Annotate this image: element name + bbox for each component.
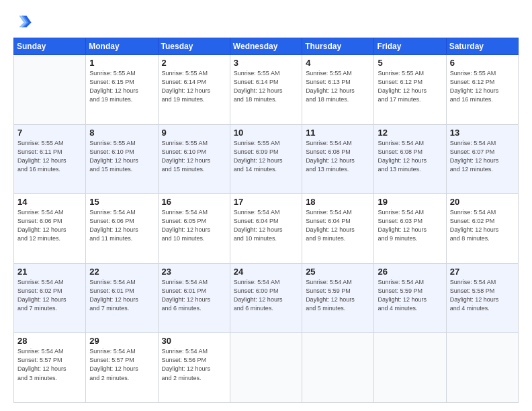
day-info: Sunrise: 5:54 AM Sunset: 5:59 PM Dayligh…	[306, 278, 370, 313]
day-info: Sunrise: 5:55 AM Sunset: 6:12 PM Dayligh…	[378, 69, 442, 104]
day-info: Sunrise: 5:54 AM Sunset: 6:01 PM Dayligh…	[162, 278, 226, 313]
calendar-day-cell: 6Sunrise: 5:55 AM Sunset: 6:12 PM Daylig…	[446, 55, 518, 125]
day-number: 8	[89, 128, 154, 138]
calendar-week-row: 21Sunrise: 5:54 AM Sunset: 6:02 PM Dayli…	[14, 263, 519, 333]
calendar: SundayMondayTuesdayWednesdayThursdayFrid…	[13, 38, 519, 403]
weekday-header: Saturday	[446, 38, 518, 55]
day-number: 21	[17, 267, 82, 277]
calendar-day-cell: 29Sunrise: 5:54 AM Sunset: 5:57 PM Dayli…	[86, 333, 158, 403]
day-info: Sunrise: 5:54 AM Sunset: 6:02 PM Dayligh…	[17, 278, 82, 313]
day-info: Sunrise: 5:55 AM Sunset: 6:10 PM Dayligh…	[162, 139, 226, 174]
day-number: 25	[306, 267, 370, 277]
calendar-day-cell: 27Sunrise: 5:54 AM Sunset: 5:58 PM Dayli…	[446, 263, 518, 333]
day-info: Sunrise: 5:54 AM Sunset: 6:07 PM Dayligh…	[450, 139, 515, 174]
logo	[13, 12, 34, 31]
day-number: 19	[378, 197, 442, 207]
day-number: 18	[306, 197, 370, 207]
day-info: Sunrise: 5:55 AM Sunset: 6:13 PM Dayligh…	[306, 69, 370, 104]
day-info: Sunrise: 5:55 AM Sunset: 6:12 PM Dayligh…	[450, 69, 515, 104]
day-info: Sunrise: 5:54 AM Sunset: 6:04 PM Dayligh…	[234, 208, 298, 243]
day-number: 12	[378, 128, 442, 138]
calendar-day-cell: 5Sunrise: 5:55 AM Sunset: 6:12 PM Daylig…	[374, 55, 446, 125]
day-info: Sunrise: 5:54 AM Sunset: 5:59 PM Dayligh…	[378, 278, 442, 313]
day-number: 29	[89, 336, 154, 346]
calendar-day-cell: 13Sunrise: 5:54 AM Sunset: 6:07 PM Dayli…	[446, 124, 518, 194]
day-info: Sunrise: 5:55 AM Sunset: 6:14 PM Dayligh…	[234, 69, 298, 104]
day-info: Sunrise: 5:54 AM Sunset: 6:05 PM Dayligh…	[162, 208, 226, 243]
calendar-day-cell: 18Sunrise: 5:54 AM Sunset: 6:04 PM Dayli…	[302, 194, 374, 264]
day-number: 17	[234, 197, 298, 207]
day-number: 28	[17, 336, 82, 346]
header	[13, 12, 519, 31]
day-number: 4	[306, 58, 370, 68]
calendar-day-cell	[14, 55, 86, 125]
day-number: 3	[234, 58, 298, 68]
day-info: Sunrise: 5:55 AM Sunset: 6:10 PM Dayligh…	[89, 139, 154, 174]
calendar-day-cell: 16Sunrise: 5:54 AM Sunset: 6:05 PM Dayli…	[158, 194, 230, 264]
weekday-header: Sunday	[14, 38, 86, 55]
logo-icon	[13, 12, 32, 31]
day-number: 7	[17, 128, 82, 138]
day-info: Sunrise: 5:54 AM Sunset: 6:01 PM Dayligh…	[89, 278, 154, 313]
day-number: 20	[450, 197, 515, 207]
day-number: 2	[162, 58, 226, 68]
calendar-day-cell: 28Sunrise: 5:54 AM Sunset: 5:57 PM Dayli…	[14, 333, 86, 403]
calendar-day-cell: 30Sunrise: 5:54 AM Sunset: 5:56 PM Dayli…	[158, 333, 230, 403]
calendar-day-cell: 4Sunrise: 5:55 AM Sunset: 6:13 PM Daylig…	[302, 55, 374, 125]
day-number: 30	[162, 336, 226, 346]
day-number: 26	[378, 267, 442, 277]
day-number: 24	[234, 267, 298, 277]
day-info: Sunrise: 5:54 AM Sunset: 6:00 PM Dayligh…	[234, 278, 298, 313]
calendar-day-cell: 26Sunrise: 5:54 AM Sunset: 5:59 PM Dayli…	[374, 263, 446, 333]
day-info: Sunrise: 5:55 AM Sunset: 6:14 PM Dayligh…	[162, 69, 226, 104]
calendar-day-cell	[374, 333, 446, 403]
day-number: 5	[378, 58, 442, 68]
calendar-day-cell	[230, 333, 302, 403]
day-info: Sunrise: 5:55 AM Sunset: 6:11 PM Dayligh…	[17, 139, 82, 174]
calendar-day-cell: 12Sunrise: 5:54 AM Sunset: 6:08 PM Dayli…	[374, 124, 446, 194]
day-info: Sunrise: 5:54 AM Sunset: 6:06 PM Dayligh…	[89, 208, 154, 243]
day-number: 27	[450, 267, 515, 277]
calendar-day-cell: 23Sunrise: 5:54 AM Sunset: 6:01 PM Dayli…	[158, 263, 230, 333]
day-number: 1	[89, 58, 154, 68]
calendar-day-cell: 22Sunrise: 5:54 AM Sunset: 6:01 PM Dayli…	[86, 263, 158, 333]
calendar-day-cell: 21Sunrise: 5:54 AM Sunset: 6:02 PM Dayli…	[14, 263, 86, 333]
day-info: Sunrise: 5:55 AM Sunset: 6:09 PM Dayligh…	[234, 139, 298, 174]
day-info: Sunrise: 5:54 AM Sunset: 6:08 PM Dayligh…	[306, 139, 370, 174]
day-number: 22	[89, 267, 154, 277]
day-info: Sunrise: 5:54 AM Sunset: 6:03 PM Dayligh…	[378, 208, 442, 243]
day-number: 16	[162, 197, 226, 207]
calendar-day-cell	[302, 333, 374, 403]
day-info: Sunrise: 5:54 AM Sunset: 6:04 PM Dayligh…	[306, 208, 370, 243]
day-info: Sunrise: 5:54 AM Sunset: 5:56 PM Dayligh…	[162, 347, 226, 382]
day-info: Sunrise: 5:54 AM Sunset: 6:08 PM Dayligh…	[378, 139, 442, 174]
day-number: 9	[162, 128, 226, 138]
calendar-day-cell: 1Sunrise: 5:55 AM Sunset: 6:15 PM Daylig…	[86, 55, 158, 125]
weekday-header: Monday	[86, 38, 158, 55]
calendar-day-cell: 9Sunrise: 5:55 AM Sunset: 6:10 PM Daylig…	[158, 124, 230, 194]
calendar-day-cell: 20Sunrise: 5:54 AM Sunset: 6:02 PM Dayli…	[446, 194, 518, 264]
calendar-day-cell: 19Sunrise: 5:54 AM Sunset: 6:03 PM Dayli…	[374, 194, 446, 264]
calendar-day-cell: 15Sunrise: 5:54 AM Sunset: 6:06 PM Dayli…	[86, 194, 158, 264]
calendar-header-row: SundayMondayTuesdayWednesdayThursdayFrid…	[14, 38, 519, 55]
day-number: 14	[17, 197, 82, 207]
calendar-week-row: 14Sunrise: 5:54 AM Sunset: 6:06 PM Dayli…	[14, 194, 519, 264]
calendar-day-cell: 7Sunrise: 5:55 AM Sunset: 6:11 PM Daylig…	[14, 124, 86, 194]
calendar-day-cell: 8Sunrise: 5:55 AM Sunset: 6:10 PM Daylig…	[86, 124, 158, 194]
calendar-day-cell	[446, 333, 518, 403]
day-info: Sunrise: 5:54 AM Sunset: 5:57 PM Dayligh…	[89, 347, 154, 382]
weekday-header: Tuesday	[158, 38, 230, 55]
day-number: 11	[306, 128, 370, 138]
day-info: Sunrise: 5:54 AM Sunset: 5:57 PM Dayligh…	[17, 347, 82, 382]
weekday-header: Wednesday	[230, 38, 302, 55]
day-info: Sunrise: 5:54 AM Sunset: 6:06 PM Dayligh…	[17, 208, 82, 243]
weekday-header: Friday	[374, 38, 446, 55]
calendar-week-row: 28Sunrise: 5:54 AM Sunset: 5:57 PM Dayli…	[14, 333, 519, 403]
calendar-week-row: 7Sunrise: 5:55 AM Sunset: 6:11 PM Daylig…	[14, 124, 519, 194]
calendar-day-cell: 3Sunrise: 5:55 AM Sunset: 6:14 PM Daylig…	[230, 55, 302, 125]
calendar-day-cell: 11Sunrise: 5:54 AM Sunset: 6:08 PM Dayli…	[302, 124, 374, 194]
calendar-day-cell: 25Sunrise: 5:54 AM Sunset: 5:59 PM Dayli…	[302, 263, 374, 333]
page: SundayMondayTuesdayWednesdayThursdayFrid…	[0, 0, 532, 411]
day-info: Sunrise: 5:54 AM Sunset: 6:02 PM Dayligh…	[450, 208, 515, 243]
calendar-day-cell: 10Sunrise: 5:55 AM Sunset: 6:09 PM Dayli…	[230, 124, 302, 194]
